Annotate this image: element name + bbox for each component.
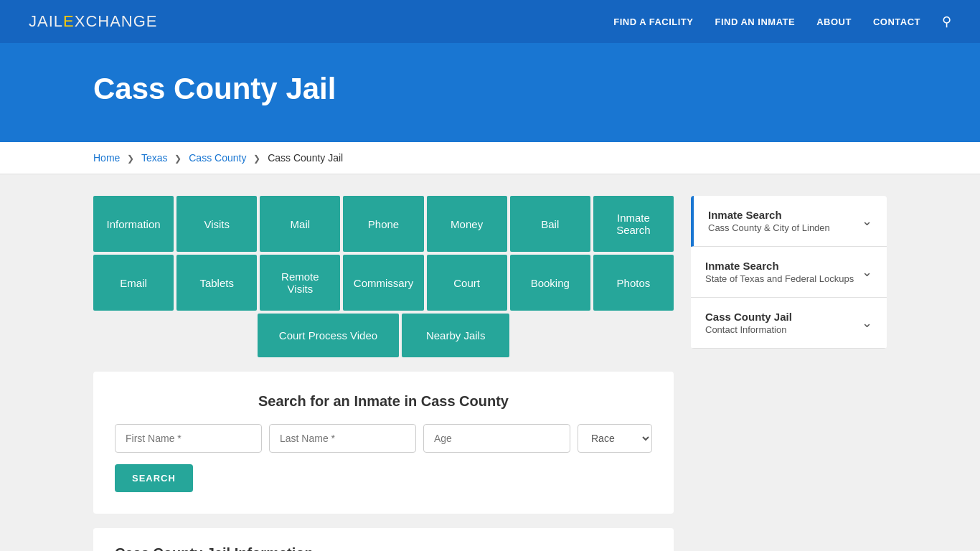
breadcrumb-county[interactable]: Cass County [189, 152, 246, 164]
search-button[interactable]: SEARCH [115, 464, 193, 492]
sidebar-item-text-texas: Inmate Search State of Texas and Federal… [705, 260, 854, 284]
sidebar-item-inmate-search-cass[interactable]: Inmate Search Cass County & City of Lind… [691, 196, 887, 247]
btn-court[interactable]: Court [427, 255, 507, 311]
page-title: Cass County Jail [93, 72, 951, 106]
logo-exchange-rest: XCHANGE [75, 12, 158, 30]
btn-nearby-jails[interactable]: Nearby Jails [402, 314, 509, 357]
search-icon[interactable]: ⚲ [942, 14, 951, 29]
sidebar-item-subtitle-contact: Contact Information [705, 324, 792, 335]
btn-email[interactable]: Email [93, 255, 174, 311]
sidebar-item-subtitle-texas: State of Texas and Federal Lockups [705, 273, 854, 284]
breadcrumb-sep-3: ❯ [253, 154, 260, 164]
btn-booking[interactable]: Booking [510, 255, 590, 311]
nav-find-facility[interactable]: FIND A FACILITY [613, 17, 693, 27]
last-name-input[interactable] [269, 424, 416, 453]
nav-find-inmate[interactable]: FIND AN INMATE [715, 17, 795, 27]
sidebar-item-text-cass: Inmate Search Cass County & City of Lind… [708, 209, 830, 233]
info-title: Cass County Jail Information [115, 545, 652, 551]
btn-information[interactable]: Information [93, 196, 174, 252]
breadcrumb-home[interactable]: Home [93, 152, 120, 164]
button-grid-row3: Court Process Video Nearby Jails [93, 314, 674, 357]
site-logo[interactable]: JAILEXCHANGE [29, 12, 158, 31]
breadcrumb-sep-1: ❯ [127, 154, 134, 164]
sidebar-item-subtitle-cass: Cass County & City of Linden [708, 222, 830, 233]
btn-inmate-search[interactable]: Inmate Search [593, 196, 674, 252]
right-sidebar: Inmate Search Cass County & City of Lind… [691, 196, 887, 551]
breadcrumb-sep-2: ❯ [174, 154, 182, 164]
btn-mail[interactable]: Mail [260, 196, 340, 252]
breadcrumb: Home ❯ Texas ❯ Cass County ❯ Cass County… [0, 142, 980, 174]
search-fields: Race White Black Hispanic Asian Other [115, 424, 652, 453]
breadcrumb-texas[interactable]: Texas [141, 152, 168, 164]
inmate-search-box: Search for an Inmate in Cass County Race… [93, 372, 674, 514]
sidebar-card: Inmate Search Cass County & City of Lind… [691, 196, 887, 349]
btn-money[interactable]: Money [427, 196, 507, 252]
left-column: Information Visits Mail Phone Money Bail… [93, 196, 674, 551]
sidebar-item-contact-info[interactable]: Cass County Jail Contact Information ⌄ [691, 298, 887, 349]
header: JAILEXCHANGE FIND A FACILITY FIND AN INM… [0, 0, 980, 43]
btn-photos[interactable]: Photos [593, 255, 674, 311]
main-content: Information Visits Mail Phone Money Bail… [0, 174, 980, 551]
info-section: Cass County Jail Information [93, 528, 674, 551]
btn-commissary[interactable]: Commissary [343, 255, 423, 311]
btn-remote-visits[interactable]: Remote Visits [260, 255, 340, 311]
first-name-input[interactable] [115, 424, 262, 453]
search-title: Search for an Inmate in Cass County [115, 393, 652, 410]
race-select[interactable]: Race White Black Hispanic Asian Other [578, 424, 652, 453]
button-grid-row1: Information Visits Mail Phone Money Bail… [93, 196, 674, 252]
chevron-down-icon-texas: ⌄ [862, 264, 872, 280]
sidebar-item-title-texas: Inmate Search [705, 260, 854, 272]
hero-section: Cass County Jail [0, 43, 980, 142]
nav-about[interactable]: ABOUT [816, 17, 852, 27]
button-grid-row2: Email Tablets Remote Visits Commissary C… [93, 255, 674, 311]
sidebar-item-text-contact: Cass County Jail Contact Information [705, 311, 792, 335]
age-input[interactable] [423, 424, 570, 453]
main-nav: FIND A FACILITY FIND AN INMATE ABOUT CON… [613, 14, 951, 29]
logo-jail: JAIL [29, 12, 63, 30]
sidebar-item-inmate-search-texas[interactable]: Inmate Search State of Texas and Federal… [691, 247, 887, 298]
btn-tablets[interactable]: Tablets [176, 255, 257, 311]
sidebar-item-title-cass: Inmate Search [708, 209, 830, 221]
chevron-down-icon-cass: ⌄ [862, 213, 872, 229]
btn-court-process-video[interactable]: Court Process Video [258, 314, 399, 357]
breadcrumb-current: Cass County Jail [268, 152, 343, 164]
chevron-down-icon-contact: ⌄ [862, 315, 872, 331]
btn-visits[interactable]: Visits [176, 196, 257, 252]
btn-bail[interactable]: Bail [510, 196, 590, 252]
nav-contact[interactable]: CONTACT [873, 17, 920, 27]
sidebar-item-title-contact: Cass County Jail [705, 311, 792, 323]
btn-phone[interactable]: Phone [343, 196, 423, 252]
